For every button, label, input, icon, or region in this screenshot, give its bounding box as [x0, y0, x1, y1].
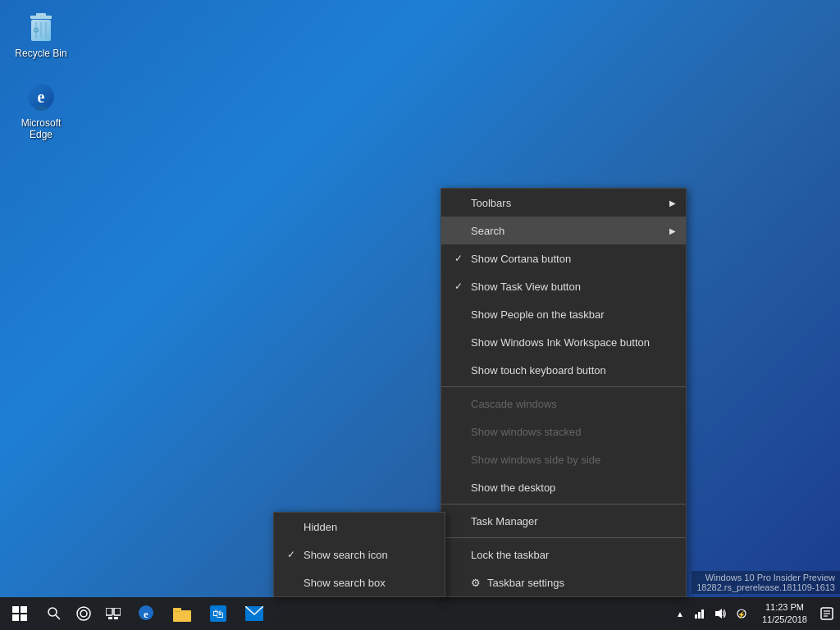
submenu-show-search-box[interactable]: Show search box [274, 568, 445, 596]
svg-rect-32 [701, 609, 704, 619]
svg-rect-12 [12, 614, 19, 621]
taskbar-mail-icon[interactable] [236, 597, 272, 630]
cortana-button[interactable] [69, 597, 98, 630]
svg-rect-11 [21, 606, 27, 613]
side-by-side-label: Show windows side by side [471, 454, 600, 466]
sound-tray-icon[interactable] [710, 597, 731, 630]
taskbar-apps: e 🛍 [128, 597, 672, 630]
menu-side-by-side: Show windows side by side [441, 445, 686, 473]
svg-rect-31 [698, 612, 701, 619]
recycle-bin-image: ♻ [25, 11, 57, 44]
power-tray-icon[interactable]: ⚡ [731, 597, 752, 630]
menu-cortana[interactable]: ✓ Show Cortana button [441, 244, 686, 272]
toolbars-arrow: ▶ [669, 199, 676, 208]
svg-marker-33 [715, 609, 722, 619]
ink-label: Show Windows Ink Workspace button [471, 336, 650, 349]
people-label: Show People on the taskbar [471, 308, 605, 321]
menu-lock-taskbar[interactable]: Lock the taskbar [441, 541, 686, 568]
system-clock[interactable]: 11:23 PM 11/25/2018 [756, 597, 814, 630]
separator-2 [441, 504, 686, 504]
cortana-label: Show Cortana button [471, 253, 571, 265]
action-center-button[interactable] [814, 597, 840, 630]
taskbar-settings-label: Taskbar settings [487, 577, 564, 589]
edge-image: e [25, 81, 57, 114]
taskbar-store-icon[interactable]: 🛍 [200, 597, 236, 630]
task-view-label: Show Task View button [471, 281, 581, 293]
svg-text:e: e [38, 88, 45, 106]
submenu-show-search-icon[interactable]: ✓ Show search icon [274, 541, 445, 568]
show-icon-label: Show search icon [304, 549, 388, 561]
tray-expand-arrow[interactable]: ▲ [672, 597, 688, 630]
show-box-label: Show search box [304, 577, 386, 589]
show-icon-check: ✓ [287, 549, 304, 560]
menu-cascade: Cascade windows [441, 390, 686, 418]
search-label: Search [471, 225, 504, 237]
submenu-hidden[interactable]: Hidden [274, 513, 445, 541]
svg-rect-19 [114, 608, 121, 615]
menu-show-desktop[interactable]: Show the desktop [441, 473, 686, 501]
svg-point-17 [80, 610, 87, 617]
svg-point-14 [48, 608, 57, 616]
separator-1 [441, 386, 686, 387]
svg-text:♻: ♻ [33, 26, 39, 34]
menu-task-view[interactable]: ✓ Show Task View button [441, 272, 686, 300]
hidden-check [287, 521, 304, 532]
taskbar: e 🛍 ▲ [0, 597, 840, 630]
svg-text:🛍: 🛍 [212, 607, 224, 620]
svg-rect-20 [108, 617, 112, 619]
separator-3 [441, 537, 686, 538]
svg-point-16 [77, 607, 90, 620]
task-view-button[interactable] [98, 597, 128, 630]
svg-rect-13 [21, 614, 27, 621]
show-desktop-label: Show the desktop [471, 482, 555, 494]
recycle-bin-label: Recycle Bin [15, 48, 66, 59]
start-button[interactable] [0, 597, 39, 630]
edge-label: Microsoft Edge [11, 117, 71, 140]
settings-gear-icon: ⚙ [471, 577, 481, 589]
svg-rect-26 [173, 608, 181, 611]
svg-text:⚡: ⚡ [737, 610, 746, 619]
menu-people[interactable]: Show People on the taskbar [441, 300, 686, 328]
system-tray: ▲ ⚡ [672, 597, 752, 630]
search-arrow: ▶ [669, 226, 676, 235]
menu-search[interactable]: Search ▶ [441, 217, 686, 244]
version-line1: Windows 10 Pro Insider Preview [705, 573, 835, 582]
clock-time: 11:23 PM [765, 601, 804, 614]
taskbar-edge-icon[interactable]: e [128, 597, 164, 630]
lock-taskbar-label: Lock the taskbar [471, 549, 549, 561]
clock-date: 11/25/2018 [762, 614, 807, 626]
svg-line-15 [56, 615, 60, 619]
menu-stacked: Show windows stacked [441, 418, 686, 445]
menu-taskbar-settings[interactable]: ⚙ Taskbar settings [441, 568, 686, 596]
stacked-label: Show windows stacked [471, 426, 581, 438]
menu-task-manager[interactable]: Task Manager [441, 507, 686, 535]
svg-rect-10 [12, 606, 19, 613]
menu-touch-keyboard[interactable]: Show touch keyboard button [441, 356, 686, 384]
search-submenu: Hidden ✓ Show search icon Show search bo… [273, 512, 445, 597]
svg-rect-18 [106, 608, 112, 615]
context-menu: Toolbars ▶ Search ▶ ✓ Show Cortana butto… [441, 188, 687, 597]
microsoft-edge-icon[interactable]: e Microsoft Edge [8, 78, 74, 144]
menu-ink-workspace[interactable]: Show Windows Ink Workspace button [441, 328, 686, 356]
hidden-label: Hidden [304, 521, 337, 533]
taskbar-search-button[interactable] [39, 597, 69, 630]
show-box-check [287, 577, 304, 588]
svg-rect-30 [695, 614, 697, 619]
svg-text:e: e [144, 608, 148, 620]
menu-toolbars[interactable]: Toolbars ▶ [441, 189, 686, 217]
recycle-bin-icon[interactable]: ♻ Recycle Bin [8, 8, 74, 62]
svg-rect-1 [36, 13, 46, 16]
task-manager-label: Task Manager [471, 515, 538, 527]
cascade-label: Cascade windows [471, 398, 557, 410]
windows-version-info: Windows 10 Pro Insider Preview 18282.rs_… [692, 571, 840, 594]
version-line2: 18282.rs_prerelease.181109-1613 [696, 582, 835, 592]
network-tray-icon[interactable] [688, 597, 710, 630]
svg-point-9 [34, 106, 48, 111]
svg-rect-21 [114, 617, 118, 619]
touch-keyboard-label: Show touch keyboard button [471, 364, 606, 377]
taskbar-file-explorer-icon[interactable] [164, 597, 200, 630]
toolbars-label: Toolbars [471, 197, 511, 209]
